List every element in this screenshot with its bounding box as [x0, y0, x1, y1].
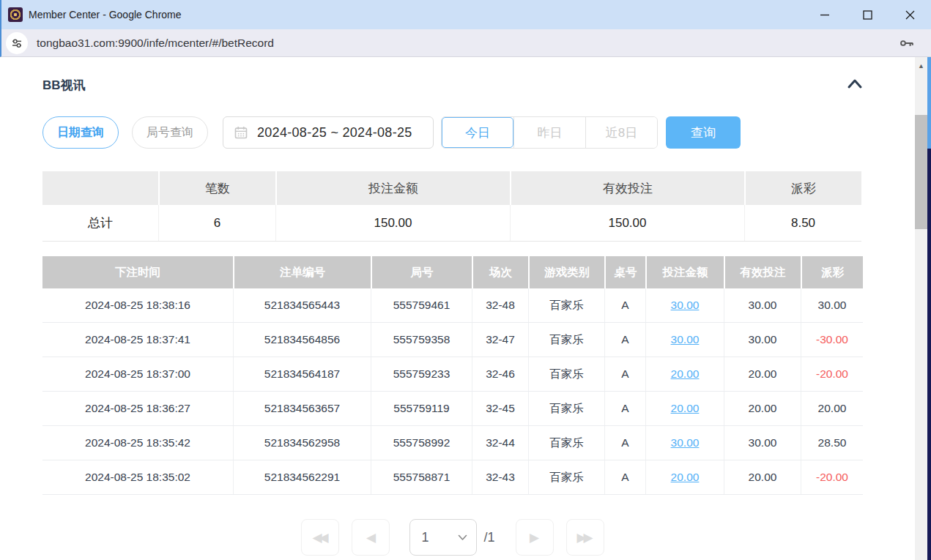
game-cell: 百家乐 [528, 392, 604, 425]
time-cell: 2024-08-25 18:36:27 [42, 392, 233, 425]
summary-payout-value: 8.50 [744, 205, 861, 241]
site-favicon-icon [8, 7, 23, 22]
yesterday-button[interactable]: 昨日 [513, 117, 585, 148]
round-query-tab[interactable]: 局号查询 [132, 116, 208, 149]
summary-valid-bet-value: 150.00 [510, 205, 744, 241]
maximize-icon [863, 10, 872, 20]
left-arrow-icon: ◀ [366, 530, 376, 545]
round-no-cell: 555758992 [371, 426, 472, 460]
game-cell: 百家乐 [528, 426, 604, 460]
bet-no-cell: 521834565443 [233, 288, 371, 322]
bet-amount-link[interactable]: 30.00 [645, 323, 724, 356]
bet-no-cell: 521834564856 [233, 323, 371, 356]
summary-total-label: 总计 [42, 205, 158, 241]
last-8-days-button[interactable]: 近8日 [585, 117, 657, 148]
game-cell: 百家乐 [528, 460, 604, 494]
bet-amount-link[interactable]: 20.00 [645, 392, 724, 425]
col-header-bet-amount: 投注金额 [645, 256, 724, 288]
password-manager-button[interactable] [899, 35, 915, 51]
valid-bet-cell: 20.00 [724, 357, 801, 391]
page-total-label: /1 [483, 530, 494, 545]
table-no-cell: A [604, 392, 645, 425]
url-bar[interactable]: tongbao31.com:9900/infe/mcenter/#/betRec… [0, 29, 931, 57]
quick-date-group: 今日 昨日 近8日 [441, 116, 658, 149]
bet-record-table: 下注时间 注单编号 局号 场次 游戏类别 桌号 投注金额 有效投注 派彩 202… [42, 256, 863, 495]
round-no-cell: 555758871 [371, 460, 472, 494]
close-icon [905, 10, 915, 20]
key-icon [899, 35, 915, 51]
prev-page-button[interactable]: ◀ [352, 519, 390, 556]
col-header-game: 游戏类别 [528, 256, 604, 288]
col-header-session: 场次 [472, 256, 528, 288]
round-no-cell: 555759358 [371, 323, 472, 356]
table-row: 2024-08-25 18:36:27 521834563657 5557591… [42, 392, 863, 426]
minimize-icon [820, 10, 830, 20]
table-row: 2024-08-25 18:35:42 521834562958 5557589… [42, 426, 863, 460]
date-query-tab[interactable]: 日期查询 [42, 116, 119, 149]
bet-amount-link[interactable]: 20.00 [645, 460, 724, 494]
session-cell: 32-45 [472, 392, 528, 425]
table-row: 2024-08-25 18:38:16 521834565443 5557594… [42, 288, 863, 323]
payout-cell: -30.00 [801, 323, 863, 356]
summary-header-count: 笔数 [158, 171, 275, 205]
scrollbar-thumb[interactable] [915, 115, 927, 229]
bet-amount-link[interactable]: 20.00 [645, 357, 724, 391]
collapse-button[interactable] [841, 76, 869, 94]
session-cell: 32-47 [472, 323, 528, 356]
close-button[interactable] [889, 0, 931, 29]
col-header-table-no: 桌号 [604, 256, 645, 288]
valid-bet-cell: 30.00 [724, 288, 801, 322]
background-window-edge [927, 57, 931, 560]
round-no-cell: 555759233 [371, 357, 472, 391]
vertical-scrollbar[interactable]: ▲ [915, 57, 927, 560]
time-cell: 2024-08-25 18:38:16 [42, 288, 233, 322]
session-cell: 32-48 [472, 288, 528, 322]
scroll-up-arrow-icon[interactable]: ▲ [915, 61, 927, 71]
table-row: 2024-08-25 18:37:41 521834564856 5557593… [42, 323, 863, 357]
next-page-button[interactable]: ▶ [516, 519, 554, 556]
table-no-cell: A [604, 426, 645, 460]
col-header-payout: 派彩 [801, 256, 863, 288]
table-no-cell: A [604, 357, 645, 391]
bet-amount-link[interactable]: 30.00 [645, 426, 724, 460]
table-row: 2024-08-25 18:35:02 521834562291 5557588… [42, 460, 863, 495]
summary-header-payout: 派彩 [744, 171, 861, 205]
payout-cell: 28.50 [801, 426, 863, 460]
double-left-arrow-icon: ◀◀ [312, 530, 325, 545]
page-title: BB视讯 [42, 77, 86, 94]
url-text[interactable]: tongbao31.com:9900/infe/mcenter/#/betRec… [37, 37, 274, 50]
pagination: ◀◀ ◀ 1 /1 ▶ ▶▶ [42, 519, 863, 556]
col-header-valid-bet: 有效投注 [724, 256, 801, 288]
last-page-button[interactable]: ▶▶ [566, 519, 604, 556]
summary-header-blank [42, 171, 158, 205]
bet-amount-link[interactable]: 30.00 [645, 288, 724, 322]
table-row: 2024-08-25 18:37:00 521834564187 5557592… [42, 357, 863, 392]
summary-count-value: 6 [158, 205, 275, 241]
payout-cell: 20.00 [801, 392, 863, 425]
window-titlebar: Member Center - Google Chrome [0, 0, 931, 29]
summary-bet-amount-value: 150.00 [275, 205, 510, 241]
right-arrow-icon: ▶ [530, 530, 539, 545]
site-permissions-button[interactable] [6, 32, 28, 54]
valid-bet-cell: 30.00 [724, 323, 801, 356]
search-button[interactable]: 查询 [666, 116, 741, 149]
date-range-input[interactable]: 2024-08-25 ~ 2024-08-25 [223, 116, 434, 149]
summary-header-bet-amount: 投注金额 [275, 171, 510, 205]
time-cell: 2024-08-25 18:35:02 [42, 460, 233, 494]
summary-table: 笔数 投注金额 有效投注 派彩 总计 6 150.00 150.00 8.50 [42, 171, 861, 242]
payout-cell: 30.00 [801, 288, 863, 322]
today-button[interactable]: 今日 [442, 117, 513, 148]
maximize-button[interactable] [846, 0, 889, 29]
game-cell: 百家乐 [528, 357, 604, 391]
page-select[interactable]: 1 [409, 519, 477, 556]
date-range-value: 2024-08-25 ~ 2024-08-25 [257, 125, 412, 141]
session-cell: 32-44 [472, 426, 528, 460]
session-cell: 32-46 [472, 357, 528, 391]
round-no-cell: 555759119 [371, 392, 472, 425]
summary-header-valid-bet: 有效投注 [510, 171, 744, 205]
table-no-cell: A [604, 323, 645, 356]
minimize-button[interactable] [804, 0, 846, 29]
chevron-up-icon [845, 78, 864, 89]
first-page-button[interactable]: ◀◀ [301, 519, 339, 556]
bet-no-cell: 521834562958 [233, 426, 371, 460]
